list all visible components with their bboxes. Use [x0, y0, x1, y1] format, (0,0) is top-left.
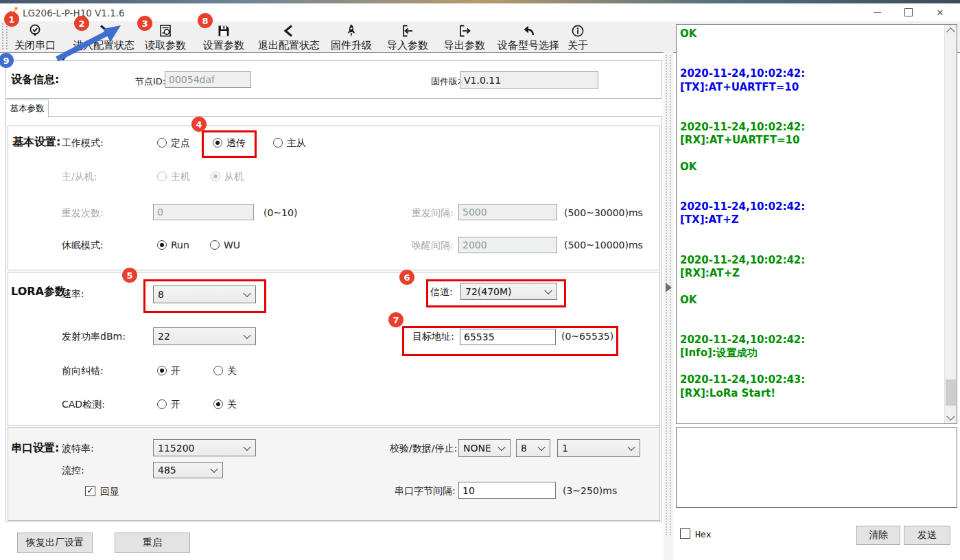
- fec-radio-off[interactable]: [213, 366, 223, 375]
- reboot-button[interactable]: 重启: [115, 533, 190, 553]
- callout-badge-2: 2: [74, 16, 89, 31]
- log-line: [680, 94, 934, 107]
- node-id-field: 00054daf: [165, 71, 251, 88]
- flow-select[interactable]: 485: [153, 462, 223, 478]
- toolbar-import-params[interactable]: 导入参数: [386, 23, 429, 52]
- chevron-down-icon: [243, 443, 250, 450]
- factory-reset-button[interactable]: 恢复出厂设置: [17, 533, 93, 553]
- slave-radio: [211, 172, 220, 181]
- chevron-down-icon: [497, 443, 505, 451]
- callout-badge-6: 6: [399, 270, 414, 285]
- highlight-target-addr: [402, 326, 618, 356]
- fec-label: 前向纠错:: [62, 365, 104, 377]
- log-line: 2020-11-24,10:02:42:: [680, 200, 934, 213]
- log-line: [680, 174, 934, 187]
- chevron-down-icon: [627, 443, 635, 451]
- minimize-button[interactable]: [861, 3, 893, 21]
- scroll-up-icon[interactable]: [946, 27, 955, 36]
- stopbits-select[interactable]: 1: [557, 439, 640, 457]
- log-line: [680, 360, 934, 373]
- maximize-button[interactable]: [893, 3, 924, 21]
- clear-button[interactable]: 清除: [856, 526, 900, 545]
- parity-select[interactable]: NONE: [458, 439, 511, 457]
- log-line: [680, 280, 934, 293]
- log-output: OK 2020-11-24,10:02:42:[TX]:AT+UARTFT=10…: [676, 24, 957, 424]
- log-line: [TX]:AT+UARTFT=10: [680, 81, 934, 94]
- log-line: [680, 107, 934, 120]
- log-line: [680, 240, 934, 253]
- log-line: [680, 40, 934, 54]
- chevron-left-icon: [257, 23, 320, 38]
- toolbar-gripper[interactable]: [2, 23, 8, 49]
- baud-label: 波特率:: [62, 443, 94, 455]
- byte-interval-hint: (3~250)ms: [563, 485, 617, 496]
- log-line: [680, 187, 934, 200]
- send-input[interactable]: [676, 427, 957, 508]
- app-window: LG206-L-P-H10 V1.1.6 ✕ 关闭串口 进入配置状: [0, 0, 960, 560]
- databits-select[interactable]: 8: [516, 439, 550, 457]
- scrollbar-thumb[interactable]: [946, 380, 956, 406]
- fec-option-on: 开: [171, 365, 180, 377]
- chevron-down-icon: [243, 331, 250, 339]
- hex-checkbox[interactable]: [680, 528, 690, 539]
- serial-title: 串口设置:: [11, 441, 59, 456]
- baud-select[interactable]: 115200: [153, 439, 256, 456]
- sleep-mode-option-wu: WU: [224, 240, 240, 250]
- resend-interval-field: 5000: [458, 204, 557, 220]
- byte-interval-input[interactable]: 10: [458, 482, 556, 499]
- cad-radio-on[interactable]: [157, 399, 167, 409]
- toolbar-device-model-select[interactable]: 设备型号选择: [497, 23, 560, 52]
- cad-radio-off[interactable]: [213, 399, 223, 409]
- highlight-rate: [143, 279, 266, 313]
- log-line: [680, 148, 934, 161]
- echo-checkbox[interactable]: ✓: [85, 486, 95, 496]
- toolbar-exit-config[interactable]: 退出配置状态: [257, 23, 320, 52]
- sleep-mode-radio-wu[interactable]: [210, 240, 220, 250]
- hex-label: Hex: [695, 529, 711, 539]
- callout-badge-5: 5: [122, 268, 137, 283]
- tab-basic-params[interactable]: 基本参数: [5, 100, 49, 117]
- panel-splitter[interactable]: [664, 52, 673, 560]
- chevron-down-icon: [537, 443, 545, 451]
- toolbar-firmware-upgrade[interactable]: 固件升级: [330, 23, 373, 52]
- toolbar-about[interactable]: 关于: [567, 23, 589, 52]
- resend-count-label: 重发次数:: [62, 207, 104, 220]
- work-mode-radio-masterslave[interactable]: [273, 138, 283, 148]
- tx-power-select[interactable]: 22: [153, 327, 256, 345]
- work-mode-label: 工作模式:: [62, 137, 104, 150]
- firmware-field: V1.0.11: [460, 71, 598, 89]
- log-line: OK: [680, 161, 934, 174]
- log-line: 2020-11-24,10:02:42:: [680, 254, 934, 267]
- sleep-mode-radio-run[interactable]: [157, 240, 167, 250]
- wake-interval-hint: (500~10000)ms: [564, 240, 643, 250]
- resend-interval-hint: (500~30000)ms: [564, 207, 643, 218]
- highlight-work-mode: [202, 130, 257, 158]
- log-scrollbar[interactable]: [944, 25, 957, 423]
- highlight-channel: [426, 279, 566, 307]
- rate-label: 速率:: [62, 288, 84, 301]
- log-line: [Info]:设置成功: [680, 347, 934, 360]
- flow-label: 流控:: [62, 465, 84, 477]
- scroll-down-icon[interactable]: [946, 412, 955, 421]
- splitter-grip: [666, 55, 671, 535]
- log-line: [RX]:LoRa Start!: [680, 387, 934, 400]
- fec-option-off: 关: [227, 365, 237, 377]
- toolbar-export-params[interactable]: 导出参数: [443, 23, 486, 52]
- cad-option-on: 开: [171, 399, 180, 411]
- master-radio: [157, 172, 167, 181]
- log-lines: OK 2020-11-24,10:02:42:[TX]:AT+UARTFT=10…: [680, 27, 934, 400]
- work-mode-radio-fixed[interactable]: [157, 138, 167, 148]
- panel-expand-arrow-icon[interactable]: [666, 283, 672, 292]
- fec-radio-on[interactable]: [157, 366, 167, 375]
- close-button[interactable]: ✕: [924, 3, 956, 21]
- cad-option-off: 关: [227, 399, 237, 411]
- log-line: OK: [680, 294, 934, 307]
- basic-settings-group: [8, 126, 660, 270]
- log-line: 2020-11-24,10:02:43:: [680, 373, 934, 386]
- sleep-mode-option-run: Run: [171, 240, 189, 250]
- resend-count-field: 0: [153, 204, 254, 220]
- log-line: 2020-11-24,10:02:42:: [680, 334, 934, 347]
- device-info-title: 设备信息:: [11, 73, 59, 87]
- send-button[interactable]: 发送: [904, 526, 950, 545]
- log-line: 2020-11-24,10:02:42:: [680, 121, 934, 134]
